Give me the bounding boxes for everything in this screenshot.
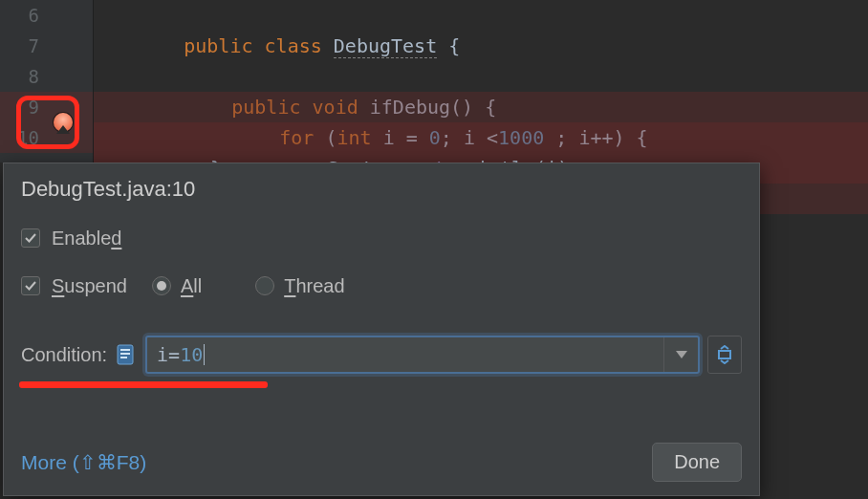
scope-thread-radio[interactable] xyxy=(255,276,274,295)
more-link[interactable]: More (⇧⌘F8) xyxy=(21,451,146,474)
svg-rect-2 xyxy=(120,353,130,355)
enabled-checkbox[interactable] xyxy=(21,228,40,248)
condition-label: Condition: xyxy=(21,344,107,366)
condition-input[interactable]: i=10 xyxy=(145,336,700,374)
breakpoint-properties-popup: DebugTest.java:10 Enabled Suspend All Th… xyxy=(3,163,760,496)
code-editor: 6 7 8 9 10 public class DebugTest { publ… xyxy=(0,0,868,163)
svg-rect-1 xyxy=(120,349,130,351)
scope-all-label: All xyxy=(181,275,202,297)
svg-marker-4 xyxy=(676,351,687,358)
expand-condition-button[interactable] xyxy=(707,336,742,374)
enabled-label: Enabled xyxy=(52,228,121,250)
line-number: 6 xyxy=(1,0,39,31)
line-number: 8 xyxy=(1,61,39,92)
svg-rect-3 xyxy=(120,357,127,358)
breakpoint-icon[interactable] xyxy=(54,113,73,132)
suspend-checkbox[interactable] xyxy=(21,276,40,295)
done-button[interactable]: Done xyxy=(652,443,742,482)
editor-gutter: 6 7 8 9 10 xyxy=(0,0,94,163)
line-number: 9 xyxy=(1,92,39,122)
line-number: 10 xyxy=(1,122,39,153)
svg-rect-5 xyxy=(719,351,730,358)
suspend-label: Suspend xyxy=(52,275,127,297)
scope-all-radio[interactable] xyxy=(152,276,171,295)
java-file-icon xyxy=(117,344,136,365)
condition-history-dropdown[interactable] xyxy=(663,337,698,372)
line-number: 7 xyxy=(1,31,39,61)
scope-thread-label: Thread xyxy=(284,275,344,297)
popup-title: DebugTest.java:10 xyxy=(21,177,742,202)
annotation-underline xyxy=(19,381,268,388)
